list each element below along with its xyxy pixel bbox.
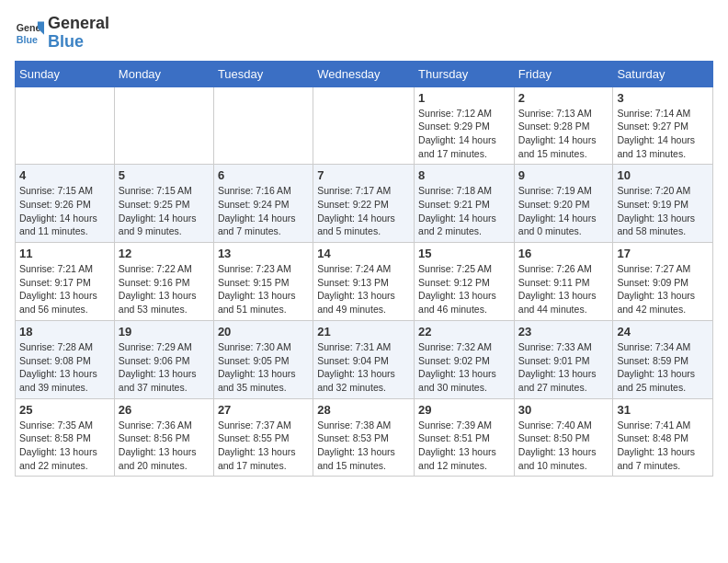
day-info: Sunrise: 7:39 AM Sunset: 8:51 PM Dayligh… — [418, 419, 510, 473]
day-number: 30 — [518, 403, 609, 417]
day-number: 18 — [19, 325, 110, 339]
day-info: Sunrise: 7:17 AM Sunset: 9:22 PM Dayligh… — [317, 184, 410, 238]
table-row: 25Sunrise: 7:35 AM Sunset: 8:58 PM Dayli… — [16, 398, 115, 477]
table-row: 22Sunrise: 7:32 AM Sunset: 9:02 PM Dayli… — [415, 320, 515, 398]
day-number: 25 — [19, 403, 110, 417]
day-info: Sunrise: 7:34 AM Sunset: 8:59 PM Dayligh… — [617, 340, 709, 395]
weekday-header-friday: Friday — [514, 61, 613, 86]
day-info: Sunrise: 7:12 AM Sunset: 9:29 PM Dayligh… — [418, 107, 510, 161]
day-number: 4 — [19, 168, 110, 182]
calendar-table: SundayMondayTuesdayWednesdayThursdayFrid… — [15, 61, 713, 477]
table-row: 16Sunrise: 7:26 AM Sunset: 9:11 PM Dayli… — [514, 243, 613, 321]
day-number: 16 — [518, 247, 609, 260]
day-number: 17 — [617, 247, 709, 260]
table-row: 1Sunrise: 7:12 AM Sunset: 9:29 PM Daylig… — [415, 86, 515, 165]
table-row — [114, 86, 213, 165]
table-row: 13Sunrise: 7:23 AM Sunset: 9:15 PM Dayli… — [213, 243, 313, 321]
day-number: 13 — [218, 247, 309, 260]
day-info: Sunrise: 7:40 AM Sunset: 8:50 PM Dayligh… — [518, 419, 609, 473]
day-info: Sunrise: 7:31 AM Sunset: 9:04 PM Dayligh… — [317, 340, 410, 395]
day-number: 31 — [617, 403, 709, 417]
day-info: Sunrise: 7:24 AM Sunset: 9:13 PM Dayligh… — [317, 262, 410, 316]
day-info: Sunrise: 7:27 AM Sunset: 9:09 PM Dayligh… — [617, 262, 709, 316]
table-row: 30Sunrise: 7:40 AM Sunset: 8:50 PM Dayli… — [514, 398, 613, 477]
day-number: 7 — [317, 168, 410, 182]
table-row: 12Sunrise: 7:22 AM Sunset: 9:16 PM Dayli… — [114, 243, 213, 321]
day-number: 21 — [317, 325, 410, 339]
day-number: 24 — [617, 325, 709, 339]
table-row: 15Sunrise: 7:25 AM Sunset: 9:12 PM Dayli… — [415, 243, 515, 321]
day-info: Sunrise: 7:38 AM Sunset: 8:53 PM Dayligh… — [317, 419, 410, 473]
table-row: 3Sunrise: 7:14 AM Sunset: 9:27 PM Daylig… — [613, 86, 713, 165]
day-info: Sunrise: 7:35 AM Sunset: 8:58 PM Dayligh… — [19, 419, 110, 473]
day-number: 29 — [418, 403, 510, 417]
table-row: 9Sunrise: 7:19 AM Sunset: 9:20 PM Daylig… — [514, 165, 613, 243]
day-info: Sunrise: 7:28 AM Sunset: 9:08 PM Dayligh… — [19, 340, 110, 395]
table-row: 20Sunrise: 7:30 AM Sunset: 9:05 PM Dayli… — [213, 320, 313, 398]
logo-text: GeneralBlue — [48, 15, 109, 52]
day-number: 27 — [218, 403, 309, 417]
day-info: Sunrise: 7:14 AM Sunset: 9:27 PM Dayligh… — [617, 107, 709, 161]
day-number: 20 — [218, 325, 309, 339]
table-row: 6Sunrise: 7:16 AM Sunset: 9:24 PM Daylig… — [213, 165, 313, 243]
day-number: 19 — [119, 325, 210, 339]
weekday-header-saturday: Saturday — [613, 61, 713, 86]
table-row: 31Sunrise: 7:41 AM Sunset: 8:48 PM Dayli… — [613, 398, 713, 477]
logo: General Blue GeneralBlue — [15, 15, 109, 52]
logo-icon: General Blue — [15, 18, 44, 48]
day-number: 8 — [418, 168, 510, 182]
table-row: 21Sunrise: 7:31 AM Sunset: 9:04 PM Dayli… — [313, 320, 415, 398]
day-info: Sunrise: 7:15 AM Sunset: 9:25 PM Dayligh… — [119, 184, 210, 238]
day-info: Sunrise: 7:16 AM Sunset: 9:24 PM Dayligh… — [218, 184, 309, 238]
table-row: 18Sunrise: 7:28 AM Sunset: 9:08 PM Dayli… — [16, 320, 115, 398]
table-row: 27Sunrise: 7:37 AM Sunset: 8:55 PM Dayli… — [213, 398, 313, 477]
table-row — [16, 86, 115, 165]
table-row — [313, 86, 415, 165]
week-row-5: 25Sunrise: 7:35 AM Sunset: 8:58 PM Dayli… — [16, 398, 713, 477]
day-info: Sunrise: 7:21 AM Sunset: 9:17 PM Dayligh… — [19, 262, 110, 316]
week-row-2: 4Sunrise: 7:15 AM Sunset: 9:26 PM Daylig… — [16, 165, 713, 243]
weekday-header-row: SundayMondayTuesdayWednesdayThursdayFrid… — [16, 61, 713, 86]
day-info: Sunrise: 7:15 AM Sunset: 9:26 PM Dayligh… — [19, 184, 110, 238]
day-info: Sunrise: 7:25 AM Sunset: 9:12 PM Dayligh… — [418, 262, 510, 316]
day-info: Sunrise: 7:33 AM Sunset: 9:01 PM Dayligh… — [518, 340, 609, 395]
table-row: 11Sunrise: 7:21 AM Sunset: 9:17 PM Dayli… — [16, 243, 115, 321]
table-row: 28Sunrise: 7:38 AM Sunset: 8:53 PM Dayli… — [313, 398, 415, 477]
week-row-1: 1Sunrise: 7:12 AM Sunset: 9:29 PM Daylig… — [16, 86, 713, 165]
table-row: 10Sunrise: 7:20 AM Sunset: 9:19 PM Dayli… — [613, 165, 713, 243]
day-info: Sunrise: 7:22 AM Sunset: 9:16 PM Dayligh… — [119, 262, 210, 316]
week-row-4: 18Sunrise: 7:28 AM Sunset: 9:08 PM Dayli… — [16, 320, 713, 398]
table-row: 4Sunrise: 7:15 AM Sunset: 9:26 PM Daylig… — [16, 165, 115, 243]
day-number: 15 — [418, 247, 510, 260]
week-row-3: 11Sunrise: 7:21 AM Sunset: 9:17 PM Dayli… — [16, 243, 713, 321]
table-row: 14Sunrise: 7:24 AM Sunset: 9:13 PM Dayli… — [313, 243, 415, 321]
day-number: 3 — [617, 91, 709, 105]
day-number: 6 — [218, 168, 309, 182]
day-number: 22 — [418, 325, 510, 339]
day-info: Sunrise: 7:36 AM Sunset: 8:56 PM Dayligh… — [119, 419, 210, 473]
weekday-header-wednesday: Wednesday — [313, 61, 415, 86]
day-info: Sunrise: 7:30 AM Sunset: 9:05 PM Dayligh… — [218, 340, 309, 395]
table-row: 17Sunrise: 7:27 AM Sunset: 9:09 PM Dayli… — [613, 243, 713, 321]
weekday-header-tuesday: Tuesday — [213, 61, 313, 86]
table-row: 8Sunrise: 7:18 AM Sunset: 9:21 PM Daylig… — [415, 165, 515, 243]
day-number: 11 — [19, 247, 110, 260]
table-row: 5Sunrise: 7:15 AM Sunset: 9:25 PM Daylig… — [114, 165, 213, 243]
weekday-header-thursday: Thursday — [415, 61, 515, 86]
svg-text:Blue: Blue — [17, 33, 38, 44]
day-number: 28 — [317, 403, 410, 417]
day-number: 10 — [617, 168, 709, 182]
weekday-header-sunday: Sunday — [16, 61, 115, 86]
weekday-header-monday: Monday — [114, 61, 213, 86]
table-row: 23Sunrise: 7:33 AM Sunset: 9:01 PM Dayli… — [514, 320, 613, 398]
day-info: Sunrise: 7:13 AM Sunset: 9:28 PM Dayligh… — [518, 107, 609, 161]
table-row — [213, 86, 313, 165]
table-row: 29Sunrise: 7:39 AM Sunset: 8:51 PM Dayli… — [415, 398, 515, 477]
day-number: 2 — [518, 91, 609, 105]
day-number: 5 — [119, 168, 210, 182]
table-row: 19Sunrise: 7:29 AM Sunset: 9:06 PM Dayli… — [114, 320, 213, 398]
day-info: Sunrise: 7:26 AM Sunset: 9:11 PM Dayligh… — [518, 262, 609, 316]
day-number: 23 — [518, 325, 609, 339]
day-number: 26 — [119, 403, 210, 417]
day-info: Sunrise: 7:37 AM Sunset: 8:55 PM Dayligh… — [218, 419, 309, 473]
